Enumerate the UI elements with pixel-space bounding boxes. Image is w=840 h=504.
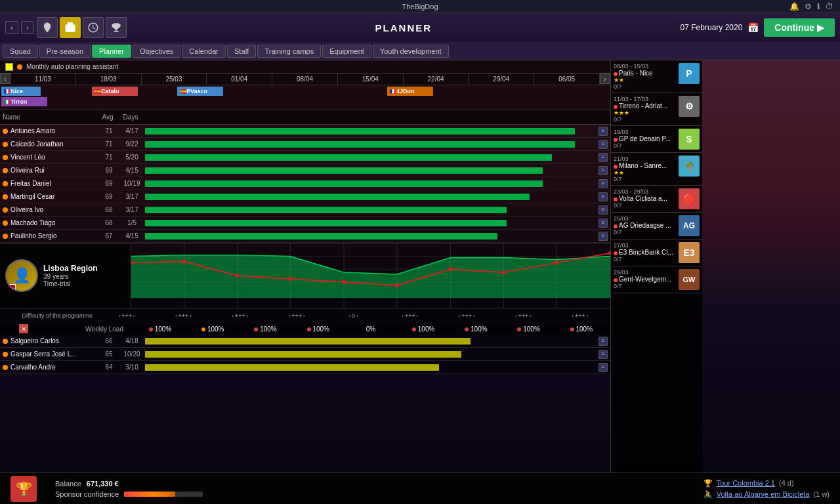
squad-nav-btn[interactable] [37,17,58,38]
event-pvasco[interactable]: 🇪🇸 PVasco [177,87,223,96]
event-nice[interactable]: 🇫🇷 Nice [1,87,41,96]
player-options-p0[interactable]: ≡ [598,337,608,346]
player-options-7[interactable]: ≡ [598,219,608,228]
timeline-scroll-left[interactable]: ‹ [0,74,10,84]
race-name-2[interactable]: GP de Denain P... [619,135,671,142]
player-dot-p0 [3,339,8,344]
player-bar-container-2 [145,154,597,161]
tab-equipment[interactable]: Equipment [322,45,371,58]
load-dot-3 [307,327,311,331]
race-name-7[interactable]: Gent-Wevelgem... [619,276,671,283]
settings-icon[interactable]: ⚙ [805,2,812,11]
event-catalu[interactable]: 🇪🇸 Catalu [92,87,138,96]
diff-nav-left-8[interactable]: ‹ [572,313,574,319]
difficulty-label: Difficulty of the programme [3,312,98,319]
nav-back[interactable]: ‹ [5,21,18,34]
diff-nav-left-1[interactable]: ‹ [175,313,177,319]
race-name-5[interactable]: AG Driedaagse ... [619,222,671,229]
diff-cell-1: ‹ +++ › [156,312,211,319]
load-dot-5 [412,327,416,331]
trophy-nav-btn[interactable] [106,17,127,38]
race-name-3[interactable]: Milano - Sanre... [619,162,667,169]
date-8: 06/05 [534,74,600,85]
tab-youth-development[interactable]: Youth development [373,45,449,58]
diff-nav-left-6[interactable]: ‹ [459,313,461,319]
player-options-1[interactable]: ≡ [598,140,608,149]
tab-calendar[interactable]: Calendar [182,45,226,58]
race-val-5: 0/7 [614,229,676,236]
bag-nav-btn[interactable] [60,17,81,38]
chart-fill [131,255,610,299]
monthly-auto-checkbox[interactable] [5,63,13,71]
diff-nav-right-6[interactable]: › [473,313,475,319]
diff-nav-right-4[interactable]: › [356,313,358,319]
player-options-4[interactable]: ≡ [598,179,608,188]
planner-area: Monthly auto planning assistant ‹ 11/03 … [0,60,610,472]
nav-right: 07 February 2020 📅 Continue ▶ [681,18,835,37]
player-days-4: 10/19 [119,180,145,187]
tab-training-camps[interactable]: Training camps [257,45,321,58]
player-options-2[interactable]: ≡ [598,153,608,162]
race-logo-6: E3 [679,242,700,263]
bell-icon[interactable]: 🔔 [789,2,799,11]
race-name-6[interactable]: E3 BinckBank Cl... [619,249,673,256]
race-name-0[interactable]: Paris - Nice [619,70,653,77]
diff-nav-right-8[interactable]: › [587,313,589,319]
delete-button[interactable]: ✕ [19,324,28,333]
player-options-3[interactable]: ≡ [598,166,608,175]
diff-nav-left-2[interactable]: ‹ [232,313,234,319]
continue-button[interactable]: Continue ▶ [764,18,835,37]
tabs-bar: Squad Pre-season Planner Objectives Cale… [0,42,840,60]
tab-objectives[interactable]: Objectives [133,45,180,58]
nav-bar: ‹ › PLANNER 07 February 2020 📅 Continue … [0,13,840,42]
race-name-4[interactable]: Volta Ciclista a... [619,195,667,202]
player-options-5[interactable]: ≡ [598,192,608,201]
tab-planner[interactable]: Planner [92,45,131,58]
clock-icon[interactable]: ⏱ [826,2,833,11]
race-logo-0: P [679,63,700,84]
diff-nav-left-0[interactable]: ‹ [119,313,121,319]
player-options-p2[interactable]: ≡ [598,363,608,372]
diff-nav-left-7[interactable]: ‹ [515,313,517,319]
player-options-8[interactable]: ≡ [598,232,608,241]
info-icon[interactable]: ℹ [817,2,820,11]
timeline-scroll-right[interactable]: › [600,74,610,84]
date-2: 25/03 [142,74,207,85]
diff-nav-right-0[interactable]: › [133,313,135,319]
diff-nav-right-1[interactable]: › [190,313,192,319]
player-options-p1[interactable]: ≡ [598,350,608,359]
race-link-1[interactable]: Tour Colombia 2.1 [717,479,775,487]
diff-nav-left-3[interactable]: ‹ [289,313,291,319]
clock-nav-btn[interactable] [83,17,104,38]
diff-nav-right-3[interactable]: › [303,313,305,319]
tab-squad[interactable]: Squad [3,45,38,58]
race-dot-6 [614,251,618,255]
player-days-2: 5/20 [119,154,145,161]
player-avg-3: 69 [99,167,119,174]
race-date-2: 19/03 [614,129,676,135]
bottom-bar: 🏆 Balance 671,330 € Sponsor confidence 🏆… [0,472,840,504]
event-tirren[interactable]: 🇮🇹 Tirren [1,97,47,106]
player-bar-container-4 [145,180,597,188]
player-bar-6 [145,207,507,213]
race-date-1: 11/03 - 17/03 [614,96,676,102]
diff-nav-right-2[interactable]: › [247,313,249,319]
player-options-6[interactable]: ≡ [598,205,608,215]
tab-staff[interactable]: Staff [227,45,256,58]
balance-label: Balance [55,480,81,488]
tab-pre-season[interactable]: Pre-season [39,45,91,58]
race-name-1[interactable]: Tirreno - Adriat... [619,102,667,110]
diff-nav-left-5[interactable]: ‹ [402,313,404,319]
race-link-2[interactable]: Volta ao Algarve em Bicicleta [717,490,810,498]
diff-nav-right-5[interactable]: › [417,313,419,319]
event-4jdun[interactable]: 🇫🇷 4JDun [387,87,433,96]
player-options-0[interactable]: ≡ [598,127,608,136]
calendar-icon[interactable]: 📅 [747,22,759,33]
nav-forward[interactable]: › [21,21,34,34]
player-name-p1: Gaspar Serra José L... [10,350,99,358]
diff-nav-left-4[interactable]: ‹ [348,313,350,319]
player-avg-4: 69 [99,180,119,187]
trophy-icon-1: 🏆 [704,479,713,488]
diff-cell-5: ‹ +++ › [383,312,438,319]
diff-nav-right-7[interactable]: › [530,313,532,319]
